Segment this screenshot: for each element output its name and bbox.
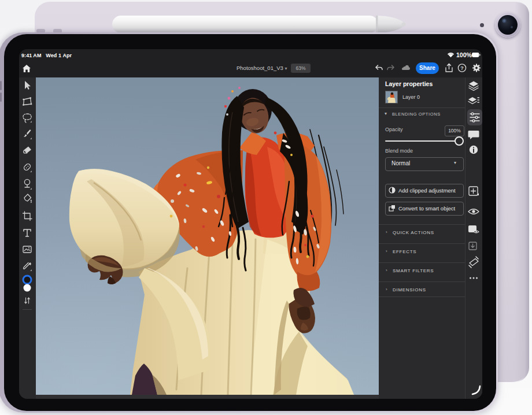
svg-text:?: ? [460, 65, 464, 71]
svg-text:100%: 100% [456, 51, 472, 58]
